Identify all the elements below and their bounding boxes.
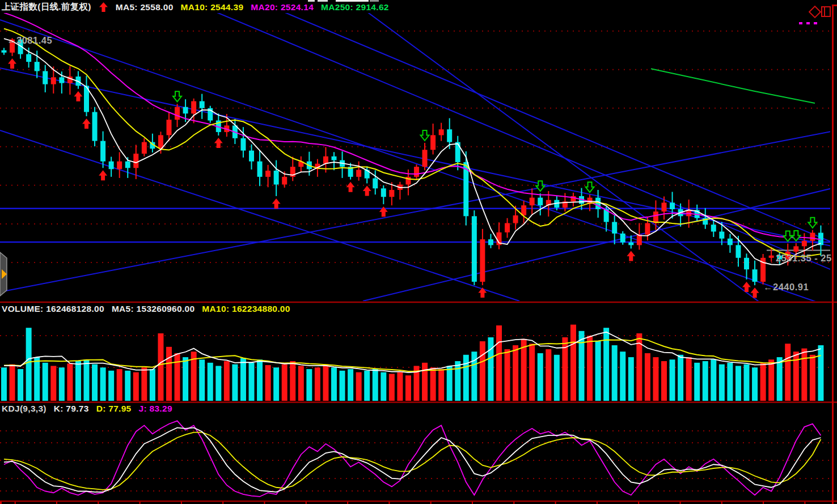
toolbar-remnant bbox=[336, 0, 369, 2]
ma-lines-layer bbox=[4, 12, 821, 265]
up-arrow-icon bbox=[99, 2, 108, 12]
volume-header: VOLUME: 162468128.00 MA5: 153260960.00 M… bbox=[2, 304, 290, 314]
ma20-value: MA20: 2524.14 bbox=[251, 2, 314, 12]
stock-chart-app: 上证指数(日线.前复权) MA5: 2558.00 MA10: 2544.39 … bbox=[0, 0, 837, 504]
low-price-value: 2440.91 bbox=[773, 282, 809, 292]
toolbar-remnant bbox=[318, 0, 328, 2]
candles-layer bbox=[2, 37, 823, 285]
toolbar-remnant bbox=[370, 0, 379, 2]
volume-ma5-value: MA5: 153260960.00 bbox=[112, 304, 195, 314]
high-price-value: 3081.45 bbox=[16, 35, 52, 45]
ma10-value: MA10: 2544.39 bbox=[181, 2, 244, 12]
sidebar-flyout-tab[interactable] bbox=[0, 251, 10, 298]
time-axis bbox=[0, 501, 837, 504]
symbol-title[interactable]: 上证指数(日线.前复权) bbox=[2, 1, 91, 13]
kdj-d-value: D: 77.95 bbox=[96, 404, 132, 414]
chart-canvas[interactable] bbox=[0, 0, 837, 504]
ma250-value: MA250: 2914.62 bbox=[321, 2, 389, 12]
kdj-k-value: K: 79.73 bbox=[54, 404, 89, 414]
kdj-title: KDJ(9,3,3) bbox=[2, 404, 46, 414]
low-price-label: ←2440.91 bbox=[763, 282, 809, 293]
menu-dots-icon[interactable] bbox=[799, 16, 821, 27]
high-marker-icon: ← bbox=[7, 35, 16, 45]
ma250-line bbox=[651, 69, 815, 103]
right-split-border[interactable] bbox=[832, 5, 834, 504]
kdj-j-value: J: 83.29 bbox=[139, 404, 172, 414]
gridlines bbox=[0, 31, 830, 491]
volume-value: VOLUME: 162468128.00 bbox=[2, 304, 104, 314]
volume-ma10-value: MA10: 162234880.00 bbox=[202, 304, 290, 314]
kdj-lines-layer bbox=[4, 421, 821, 497]
ma5-value: MA5: 2558.00 bbox=[116, 2, 174, 12]
volume-bars-layer bbox=[1, 325, 823, 401]
right-split-border-cap bbox=[832, 5, 837, 6]
low-marker-icon: ← bbox=[763, 282, 773, 292]
range-price-label: 2531.35 - 25 bbox=[776, 253, 832, 264]
high-price-label: ←3081.45 bbox=[7, 35, 52, 46]
toolbar-remnant bbox=[308, 0, 315, 2]
main-header: 上证指数(日线.前复权) MA5: 2558.00 MA10: 2544.39 … bbox=[2, 1, 389, 13]
kdj-header: KDJ(9,3,3) K: 79.73 D: 77.95 J: 83.29 bbox=[2, 404, 172, 414]
window-restore-icon[interactable] bbox=[821, 6, 831, 17]
